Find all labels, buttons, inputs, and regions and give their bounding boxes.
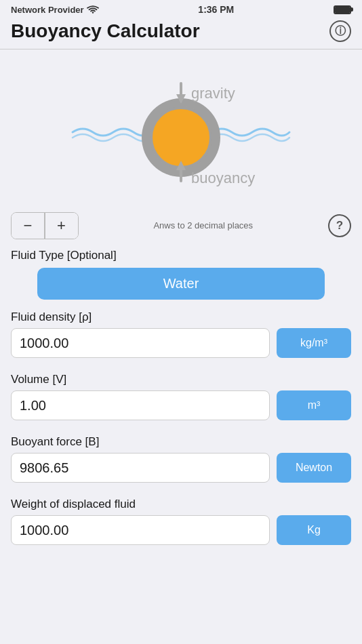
density-unit-button[interactable]: kg/m³: [277, 328, 351, 358]
carrier-label: Network Provider: [11, 5, 99, 15]
volume-unit-button[interactable]: m³: [277, 390, 351, 420]
density-row: kg/m³: [11, 328, 351, 358]
decrement-button[interactable]: −: [12, 213, 44, 239]
status-bar: Network Provider 1:36 PM: [0, 0, 362, 18]
answer-precision-label: Anws to 2 decimal places: [79, 213, 329, 239]
buoyant-force-label: Buoyant force [B]: [11, 435, 351, 449]
wifi-icon: [87, 5, 99, 14]
stepper-group: − +: [11, 212, 79, 239]
help-button[interactable]: ?: [328, 214, 351, 237]
density-label: Fluid density [ρ]: [11, 310, 351, 324]
diagram-svg: gravity buoyancy: [66, 64, 296, 200]
info-button[interactable]: ⓘ: [329, 20, 351, 42]
buoyant-force-section: Buoyant force [B] Newton: [0, 435, 362, 498]
weight-row: Kg: [11, 515, 351, 545]
increment-button[interactable]: +: [45, 213, 78, 239]
density-section: Fluid density [ρ] kg/m³: [0, 310, 362, 373]
buoyant-force-row: Newton: [11, 453, 351, 483]
battery-status: [334, 5, 351, 14]
buoyant-force-unit-button[interactable]: Newton: [277, 453, 351, 483]
controls-row: − + Anws to 2 decimal places ?: [0, 212, 362, 249]
volume-section: Volume [V] m³: [0, 373, 362, 435]
carrier-text: Network Provider: [11, 5, 84, 15]
header: Buoyancy Calculator ⓘ: [0, 18, 362, 49]
fluid-type-label: Fluid Type [Optional]: [0, 249, 362, 268]
volume-input[interactable]: [11, 390, 270, 420]
svg-text:gravity: gravity: [191, 85, 235, 102]
page-title: Buoyancy Calculator: [11, 20, 200, 42]
volume-row: m³: [11, 390, 351, 420]
weight-input[interactable]: [11, 515, 270, 545]
buoyant-force-input[interactable]: [11, 453, 270, 483]
weight-section: Weight of displaced fluid Kg: [0, 498, 362, 560]
volume-label: Volume [V]: [11, 373, 351, 386]
fluid-type-button[interactable]: Water: [37, 268, 325, 300]
weight-label: Weight of displaced fluid: [11, 498, 351, 511]
time-display: 1:36 PM: [198, 4, 234, 15]
density-input[interactable]: [11, 328, 270, 358]
buoyancy-diagram: gravity buoyancy: [0, 49, 362, 212]
svg-text:buoyancy: buoyancy: [191, 169, 255, 186]
battery-icon: [334, 5, 351, 14]
weight-unit-button[interactable]: Kg: [277, 515, 351, 545]
